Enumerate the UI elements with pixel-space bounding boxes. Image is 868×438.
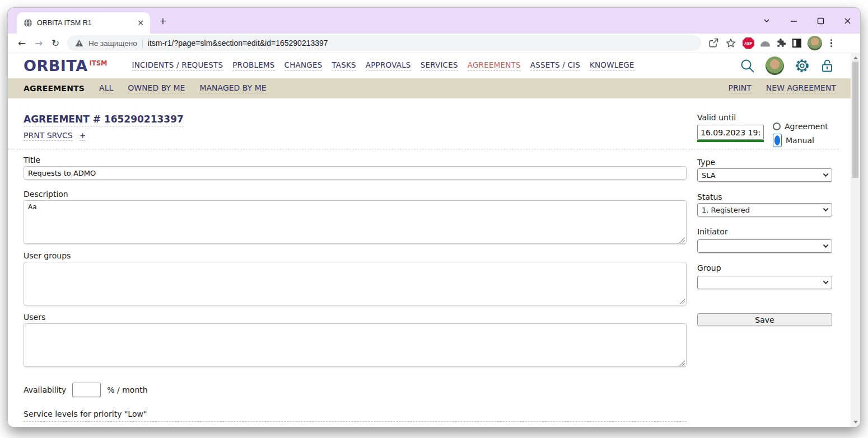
- tab-close-icon[interactable]: ✕: [136, 18, 146, 28]
- browser-menu-icon[interactable]: [828, 39, 834, 48]
- subnav-owned-by-me[interactable]: OWNED BY ME: [128, 83, 185, 93]
- valid-until-input[interactable]: [697, 125, 764, 140]
- settings-gear-icon[interactable]: [795, 58, 810, 73]
- status-select[interactable]: 1. Registered: [697, 203, 832, 216]
- unlock-icon[interactable]: [820, 59, 834, 73]
- nav-incidents-requests[interactable]: INCIDENTS / REQUESTS: [132, 60, 223, 71]
- user-groups-label: User groups: [24, 251, 687, 260]
- browser-titlebar: ORBITA ITSM R1 ✕ +: [8, 8, 860, 34]
- browser-toolbar: ← → ↻ Не защищено itsm-r1/?page=slm&sect…: [8, 34, 860, 53]
- reload-button[interactable]: ↻: [47, 37, 64, 49]
- valid-until-mode-radios: Agreement Manual: [773, 122, 828, 150]
- chevron-down-icon: [823, 172, 828, 177]
- nav-knowlege[interactable]: KNOWLEGE: [590, 60, 634, 71]
- prnt-srvcs-link[interactable]: PRNT SRVCS: [24, 131, 73, 141]
- nav-problems[interactable]: PROBLEMS: [232, 60, 274, 71]
- description-textarea[interactable]: Aa: [24, 200, 687, 244]
- radio-manual[interactable]: Manual: [773, 134, 828, 147]
- agreement-links-row: PRNT SRVCS +: [24, 131, 86, 141]
- scroll-down-icon[interactable]: [853, 421, 858, 423]
- radio-agreement[interactable]: Agreement: [773, 122, 828, 131]
- subnav-title: AGREEMENTS: [24, 84, 85, 93]
- window-menu-chevron-icon[interactable]: [762, 16, 772, 26]
- user-avatar[interactable]: [766, 56, 784, 75]
- description-label: Description: [24, 190, 687, 199]
- availability-label: Availability: [24, 385, 66, 394]
- radio-agreement-dot[interactable]: [773, 123, 781, 130]
- nav-agreements[interactable]: AGREEMENTS: [468, 60, 521, 71]
- print-link[interactable]: PRINT: [729, 83, 752, 93]
- scroll-up-icon[interactable]: [853, 56, 858, 59]
- group-label: Group: [697, 263, 832, 272]
- window-close-button[interactable]: [842, 16, 852, 26]
- tab-title: ORBITA ITSM R1: [37, 19, 136, 27]
- form-right-column: Type SLA Status 1. Registered Initiator …: [697, 154, 832, 326]
- type-select[interactable]: SLA: [697, 168, 832, 182]
- subnav-managed-by-me[interactable]: MANAGED BY ME: [199, 83, 266, 93]
- initiator-label: Initiator: [697, 227, 832, 236]
- profile-avatar[interactable]: [808, 36, 822, 50]
- chevron-down-icon: [823, 206, 828, 212]
- form-left-column: Title Description Aa User groups Users A…: [24, 152, 687, 427]
- service-levels-heading: Service levels for priority "Low": [24, 409, 687, 422]
- availability-suffix: % / month: [107, 385, 147, 394]
- main-nav: INCIDENTS / REQUESTS PROBLEMS CHANGES TA…: [132, 60, 634, 71]
- share-icon[interactable]: [708, 37, 719, 49]
- section-divider: [8, 149, 838, 149]
- availability-input[interactable]: [72, 383, 101, 397]
- window-maximize-button[interactable]: [815, 16, 825, 26]
- nav-assets-cis[interactable]: ASSETS / CIS: [530, 60, 580, 71]
- extensions-puzzle-icon[interactable]: [776, 38, 786, 48]
- users-textarea[interactable]: [24, 323, 687, 367]
- agreement-number-link[interactable]: AGREEMENT # 165290213397: [24, 114, 184, 126]
- window-minimize-button[interactable]: [788, 16, 799, 26]
- valid-until-block: Valid until Agreement Manual: [697, 113, 844, 150]
- radio-manual-dot[interactable]: [773, 134, 782, 147]
- group-select[interactable]: [697, 276, 832, 289]
- valid-until-label: Valid until: [697, 113, 844, 122]
- url-text: itsm-r1/?page=slm&section=edit&id=165290…: [148, 39, 328, 48]
- bookmark-star-icon[interactable]: [725, 37, 736, 49]
- chevron-down-icon: [823, 279, 828, 285]
- title-input[interactable]: [24, 166, 687, 180]
- back-button[interactable]: ←: [13, 37, 30, 49]
- not-secure-warning-icon: [75, 39, 83, 47]
- url-divider: [142, 39, 143, 48]
- users-label: Users: [24, 313, 687, 322]
- app-header: ORBITAITSM INCIDENTS / REQUESTS PROBLEMS…: [8, 53, 851, 78]
- scrollbar-thumb[interactable]: [852, 62, 858, 178]
- search-icon[interactable]: [740, 58, 755, 73]
- availability-row: Availability % / month: [24, 383, 687, 397]
- browser-tab[interactable]: ORBITA ITSM R1 ✕: [17, 12, 150, 34]
- adblock-extension-icon[interactable]: ABP: [743, 37, 754, 49]
- nav-approvals[interactable]: APPROVALS: [366, 60, 411, 71]
- orbita-logo[interactable]: ORBITAITSM: [24, 57, 107, 74]
- logo-itsm-sup: ITSM: [90, 59, 108, 67]
- valid-until-underline: [697, 140, 764, 142]
- new-agreement-link[interactable]: NEW AGREEMENT: [766, 83, 836, 93]
- status-label: Status: [697, 192, 832, 201]
- save-button[interactable]: Save: [697, 313, 832, 326]
- browser-window: ORBITA ITSM R1 ✕ + ← → ↻ Не: [8, 8, 860, 427]
- add-service-link[interactable]: +: [80, 131, 86, 141]
- subnav-all[interactable]: ALL: [99, 83, 113, 93]
- security-label: Не защищено: [88, 39, 137, 48]
- forward-button[interactable]: →: [30, 37, 47, 49]
- chevron-down-icon: [823, 243, 828, 248]
- new-tab-button[interactable]: +: [156, 14, 170, 29]
- nav-services[interactable]: SERVICES: [421, 60, 458, 71]
- extension-semicircle-icon[interactable]: [760, 41, 770, 47]
- page-scrollbar[interactable]: [851, 53, 860, 427]
- agreement-edit-page: AGREEMENT # 165290213397 PRNT SRVCS + Va…: [8, 98, 851, 427]
- user-groups-textarea[interactable]: [24, 262, 687, 305]
- type-label: Type: [697, 158, 832, 167]
- url-bar[interactable]: Не защищено itsm-r1/?page=slm&section=ed…: [67, 35, 701, 51]
- title-label: Title: [24, 156, 687, 164]
- nav-changes[interactable]: CHANGES: [284, 60, 323, 71]
- globe-favicon-icon: [24, 18, 32, 27]
- extension-halfsquare-icon[interactable]: [792, 39, 801, 48]
- initiator-select[interactable]: [697, 239, 832, 253]
- subnav-bar: AGREEMENTS ALL OWNED BY ME MANAGED BY ME…: [8, 78, 851, 98]
- nav-tasks[interactable]: TASKS: [332, 60, 356, 71]
